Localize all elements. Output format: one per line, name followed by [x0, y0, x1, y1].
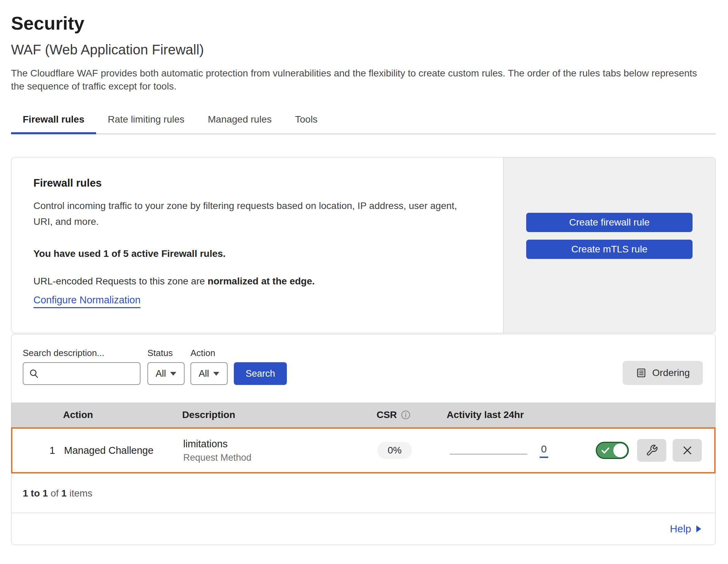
tab-rate-limiting-rules[interactable]: Rate limiting rules	[96, 108, 196, 134]
search-icon	[29, 368, 39, 379]
pagination-total: 1	[61, 488, 67, 499]
filters-bar: Search description... Status All Action	[11, 334, 715, 403]
page-title: Security	[11, 12, 716, 34]
tab-label: Managed rules	[208, 114, 272, 125]
header-action: Action	[63, 409, 177, 420]
rule-description-cell: limitations Request Method	[178, 438, 346, 463]
firewall-rules-overview-card: Firewall rules Control incoming traffic …	[11, 157, 716, 333]
ordering-list-icon	[636, 367, 647, 378]
pagination-of: of	[48, 488, 61, 499]
search-filter-group: Search description...	[23, 348, 141, 385]
chevron-down-icon	[213, 372, 219, 376]
card-heading: Firewall rules	[33, 177, 481, 190]
help-label: Help	[670, 523, 691, 535]
table-header: Action Description CSR Activity last 24h…	[11, 403, 715, 427]
rule-action: Managed Challenge	[64, 445, 178, 456]
help-row: Help	[11, 513, 715, 545]
action-dropdown[interactable]: All	[190, 362, 228, 385]
rule-description: limitations	[183, 438, 346, 450]
header-description: Description	[177, 409, 345, 420]
status-label: Status	[147, 348, 185, 358]
action-filter-group: Action All	[190, 348, 228, 385]
action-dropdown-value: All	[199, 368, 209, 379]
ordering-button-label: Ordering	[652, 367, 690, 378]
header-csr-label: CSR	[376, 409, 397, 420]
close-icon	[682, 445, 693, 456]
delete-rule-button[interactable]	[673, 439, 702, 462]
normalization-bold: normalized at the edge.	[208, 276, 315, 286]
status-filter-group: Status All	[147, 348, 185, 385]
table-row: 1 Managed Challenge limitations Request …	[11, 427, 716, 473]
create-firewall-rule-button[interactable]: Create firewall rule	[526, 213, 693, 232]
action-label: Action	[190, 348, 228, 358]
tab-firewall-rules[interactable]: Firewall rules	[11, 108, 96, 134]
pagination-summary: 1 to 1 of 1 items	[11, 473, 715, 513]
tab-label: Rate limiting rules	[108, 114, 185, 125]
page-subtitle: WAF (Web Application Firewall)	[11, 41, 716, 58]
page-description: The Cloudflare WAF provides both automat…	[11, 67, 707, 93]
chevron-down-icon	[170, 372, 176, 376]
csr-badge: 0%	[377, 442, 412, 459]
info-icon[interactable]	[401, 410, 411, 420]
tab-managed-rules[interactable]: Managed rules	[196, 108, 283, 134]
help-arrow-icon	[696, 525, 701, 533]
rule-controls	[587, 439, 714, 462]
tab-label: Tools	[295, 114, 318, 125]
rule-activity-cell: 0	[443, 443, 587, 458]
search-input[interactable]	[23, 362, 141, 385]
status-dropdown[interactable]: All	[147, 362, 185, 385]
header-activity: Activity last 24hr	[442, 409, 586, 420]
tab-bar: Firewall rules Rate limiting rules Manag…	[11, 108, 716, 134]
tab-tools[interactable]: Tools	[283, 108, 329, 134]
rule-enabled-toggle[interactable]	[596, 442, 629, 459]
activity-sparkline	[450, 454, 527, 455]
help-link[interactable]: Help	[670, 523, 701, 535]
status-dropdown-value: All	[156, 368, 166, 379]
rule-field: Request Method	[183, 452, 346, 463]
search-label: Search description...	[23, 348, 141, 358]
tab-label: Firewall rules	[23, 114, 84, 125]
search-box	[23, 362, 141, 385]
rule-index: 1	[12, 445, 64, 456]
usage-note: You have used 1 of 5 active Firewall rul…	[33, 248, 481, 260]
activity-count[interactable]: 0	[540, 443, 548, 458]
pagination-range: 1 to 1	[23, 488, 48, 499]
firewall-rules-table-card: Search description... Status All Action	[11, 334, 716, 545]
rule-csr-cell: 0%	[346, 442, 443, 459]
configure-normalization-link[interactable]: Configure Normalization	[33, 294, 141, 308]
toggle-knob	[613, 443, 627, 457]
edit-rule-button[interactable]	[637, 439, 666, 462]
check-icon	[601, 446, 610, 455]
overview-text-panel: Firewall rules Control incoming traffic …	[11, 157, 503, 333]
pagination-items: items	[67, 488, 93, 499]
card-description: Control incoming traffic to your zone by…	[33, 198, 474, 230]
header-csr: CSR	[345, 409, 442, 420]
normalization-note: URL-encoded Requests to this zone are no…	[33, 275, 481, 288]
ordering-button[interactable]: Ordering	[623, 361, 703, 385]
waf-page: Security WAF (Web Application Firewall) …	[11, 12, 716, 545]
wrench-icon	[646, 444, 658, 457]
create-mtls-rule-button[interactable]: Create mTLS rule	[526, 240, 693, 259]
search-button[interactable]: Search	[234, 362, 287, 385]
card-side-panel: Create firewall rule Create mTLS rule	[503, 157, 715, 333]
normalization-prefix: URL-encoded Requests to this zone are	[33, 276, 208, 286]
